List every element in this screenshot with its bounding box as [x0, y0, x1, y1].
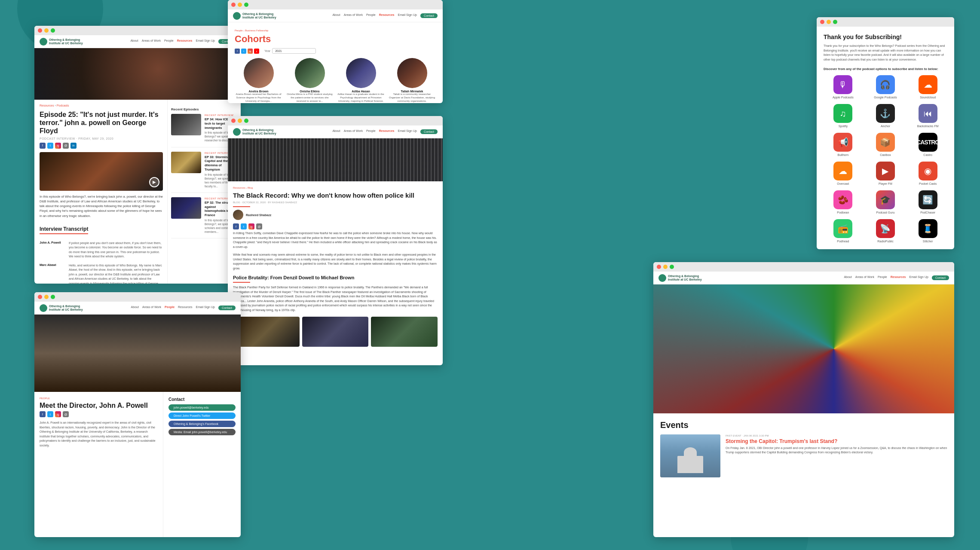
maximize-btn-5[interactable]: [51, 295, 55, 299]
platform-castro[interactable]: CASTRO Castro: [908, 133, 947, 156]
dir-tw-icon[interactable]: t: [47, 411, 53, 417]
nav-email-2[interactable]: Email Sign Up: [398, 13, 417, 18]
cohorts-bc-1[interactable]: People: [235, 29, 243, 32]
close-btn-2[interactable]: [231, 3, 236, 7]
close-btn-4[interactable]: [231, 119, 236, 123]
year-filter-input[interactable]: [272, 48, 316, 54]
contact-twitter-btn[interactable]: Direct John Powell's Twitter: [168, 412, 236, 419]
platform-castbox[interactable]: 📦 Castbox: [866, 133, 905, 156]
nav-people-2[interactable]: People: [366, 13, 376, 18]
cohorts-ig-icon[interactable]: ig: [248, 49, 253, 54]
cohorts-bc-2[interactable]: Business Fellowship: [245, 29, 268, 32]
nav-resources-4[interactable]: Resources: [379, 129, 395, 134]
platform-backstracks[interactable]: ⏮ Backstracks FM: [908, 104, 947, 128]
platform-pocketcasts[interactable]: ◉ Pocket Casts: [908, 162, 947, 185]
nav-about-6[interactable]: About: [844, 275, 851, 280]
platform-apple[interactable]: 🎙 Apple Podcasts: [824, 75, 863, 99]
platform-stitcher[interactable]: 🧵 Stitcher: [908, 219, 947, 243]
cohorts-fb-icon[interactable]: f: [235, 49, 240, 54]
close-btn-3[interactable]: [820, 20, 824, 24]
platform-spotify[interactable]: ♫ Spotify: [824, 104, 863, 128]
maximize-btn-2[interactable]: [244, 3, 248, 7]
minimize-btn-5[interactable]: [44, 295, 49, 299]
dir-ig-icon[interactable]: ig: [55, 411, 61, 417]
nav-resources-6[interactable]: Resources: [891, 275, 906, 280]
breadcrumb-link-1[interactable]: Resources: [40, 104, 54, 107]
platform-bullhorn[interactable]: 📢 Bullhorn: [824, 133, 863, 156]
maximize-btn-3[interactable]: [833, 20, 837, 24]
nav-email-6[interactable]: Email Sign Up: [910, 275, 928, 280]
twitter-icon-1[interactable]: t: [47, 143, 53, 149]
contact-btn-5[interactable]: Contact: [218, 306, 236, 310]
maximize-btn-6[interactable]: [670, 265, 674, 269]
blog-tw-icon[interactable]: t: [241, 223, 247, 229]
blog-fb-icon[interactable]: f: [233, 223, 239, 229]
nav-resources-5[interactable]: Resources: [178, 306, 192, 310]
minimize-btn-3[interactable]: [827, 20, 831, 24]
blog-em-icon[interactable]: @: [256, 223, 262, 229]
platform-podhead[interactable]: 📻 Podhead: [824, 219, 863, 243]
minimize-btn-6[interactable]: [663, 265, 668, 269]
dir-fb-icon[interactable]: f: [40, 411, 46, 417]
event-title-1[interactable]: Storming the Capitol: Trumpism's last St…: [726, 438, 947, 444]
nav-people-1[interactable]: People: [164, 39, 174, 44]
contact-btn-4[interactable]: Contact: [420, 129, 438, 134]
platform-podcastguru[interactable]: 🎓 Podcast Guru: [866, 190, 905, 214]
soundcloud-icon: ☁: [919, 75, 937, 94]
nav-areas-2[interactable]: Areas of Work: [344, 13, 363, 18]
blog-ig-icon[interactable]: ig: [248, 223, 254, 229]
platform-radiopublic[interactable]: 📡 RadioPublic: [866, 219, 905, 243]
platform-playerfm[interactable]: ▶ Player FM: [866, 162, 905, 185]
nav-about-1[interactable]: About: [130, 39, 138, 44]
ep-item-2[interactable]: RECENT INTERVIEW EP 33: Storming the Cap…: [171, 152, 237, 193]
play-button[interactable]: ▶: [149, 177, 159, 187]
contact-email-btn[interactable]: john.powell@berkeley.edu: [168, 404, 236, 411]
close-btn-1[interactable]: [38, 28, 42, 33]
nav-people-6[interactable]: People: [878, 275, 887, 280]
nav-people-4[interactable]: People: [366, 129, 376, 134]
nav-areas-6[interactable]: Areas of Work: [855, 275, 874, 280]
linkedin-icon-1[interactable]: in: [70, 143, 77, 149]
ep-item-1[interactable]: RECENT INTERVIEW EP 34: How ICE uses tec…: [171, 114, 237, 147]
platform-podbean[interactable]: 🫘 Podbean: [824, 190, 863, 214]
contact-facebook-btn[interactable]: Othering & Belonging's Facebook: [168, 421, 236, 427]
nav-email-1[interactable]: Email Sign Up: [196, 39, 215, 44]
close-btn-6[interactable]: [657, 265, 661, 269]
minimize-btn-1[interactable]: [44, 28, 49, 33]
nav-about-4[interactable]: About: [332, 129, 340, 134]
instagram-icon-1[interactable]: ig: [55, 143, 61, 149]
contact-btn-6[interactable]: Contact: [932, 275, 949, 280]
nav-about-2[interactable]: About: [332, 13, 340, 18]
maximize-btn-4[interactable]: [244, 119, 248, 123]
cohorts-yt-icon[interactable]: y: [254, 49, 259, 54]
dir-em-icon[interactable]: @: [63, 411, 69, 417]
facebook-icon-1[interactable]: f: [40, 143, 46, 149]
maximize-btn-1[interactable]: [51, 28, 55, 33]
minimize-btn-2[interactable]: [238, 3, 242, 7]
blog-bc-2[interactable]: Blog: [248, 186, 253, 189]
nav-resources-2[interactable]: Resources: [379, 13, 395, 18]
breadcrumb-link-2[interactable]: Podcasts: [57, 104, 69, 107]
email-icon-1[interactable]: @: [63, 143, 69, 149]
contact-media-btn[interactable]: Media: Email john.powell@berkeley.edu: [168, 429, 236, 435]
nav-areas-5[interactable]: Areas of Work: [142, 306, 161, 310]
platform-soundcloud[interactable]: ☁ Soundcloud: [908, 75, 947, 99]
nav-areas-1[interactable]: Areas of Work: [142, 39, 161, 44]
event-item-1[interactable]: PAST EVENT · JAN 06 2021 3:30 PM Stormin…: [660, 434, 947, 477]
nav-people-5[interactable]: People: [165, 306, 175, 310]
nav-about-5[interactable]: About: [131, 306, 139, 310]
nav-email-4[interactable]: Email Sign Up: [398, 129, 417, 134]
close-btn-5[interactable]: [38, 295, 42, 299]
platform-podchaser[interactable]: 🔄 PodChaser: [908, 190, 947, 214]
platform-google[interactable]: 🎧 Google Podcasts: [866, 75, 905, 99]
ep-item-3[interactable]: RECENT INTERVIEW EP 32: The struggle aga…: [171, 197, 237, 238]
platform-overcast[interactable]: ☁ Overcast: [824, 162, 863, 185]
minimize-btn-4[interactable]: [238, 119, 242, 123]
nav-email-5[interactable]: Email Sign Up: [196, 306, 215, 310]
blog-bc-1[interactable]: Resources: [233, 186, 245, 189]
contact-btn-2[interactable]: Contact: [420, 13, 438, 18]
nav-areas-4[interactable]: Areas of Work: [344, 129, 363, 134]
nav-resources-1[interactable]: Resources: [177, 39, 193, 44]
cohorts-tw-icon[interactable]: t: [241, 49, 246, 54]
platform-anchor[interactable]: ⚓ Anchor: [866, 104, 905, 128]
